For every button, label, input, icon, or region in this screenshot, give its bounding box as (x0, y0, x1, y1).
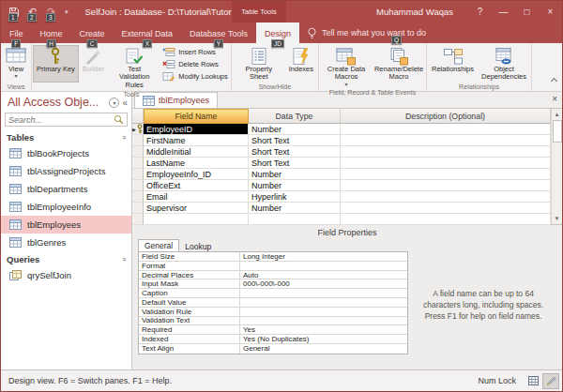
data-type-cell[interactable]: Number (249, 203, 341, 214)
row-selector[interactable] (132, 214, 144, 225)
data-type-cell[interactable]: Number (249, 180, 341, 191)
field-name-cell[interactable]: OfficeExt (144, 180, 249, 191)
property-value[interactable] (240, 298, 407, 307)
row-selector[interactable] (132, 203, 144, 214)
property-value[interactable]: Auto (240, 271, 407, 279)
description-cell[interactable] (341, 124, 551, 135)
undo-button[interactable]: ↶ 2 (25, 5, 39, 19)
relationships-button[interactable]: Relationships (428, 45, 478, 83)
description-cell[interactable] (341, 158, 551, 169)
property-value[interactable]: General (240, 344, 407, 354)
help-button[interactable]: ? (468, 1, 492, 23)
description-cell[interactable] (341, 203, 551, 214)
collapse-ribbon-button[interactable] (552, 70, 556, 87)
ribbon-tab-create[interactable]: CreateC (71, 23, 114, 43)
nav-item-tblassignedprojects[interactable]: tblAssignedProjects (1, 162, 131, 180)
data-type-cell[interactable]: Short Text (249, 146, 341, 158)
create-data-macros-button[interactable]: Create Data Macros▾ (320, 45, 373, 88)
ribbon-tab-home[interactable]: HomeH (32, 23, 71, 43)
property-value[interactable]: Yes (240, 325, 407, 334)
field-name-cell[interactable]: LastName (144, 158, 249, 169)
object-dependencies-button[interactable]: Object Dependencies (478, 45, 530, 83)
ribbon-tab-database-tools[interactable]: Database ToolsY (181, 23, 256, 43)
data-type-cell[interactable]: Number (249, 169, 341, 180)
column-header-description-optional[interactable]: Description (Optional) (341, 109, 551, 124)
field-name-cell[interactable]: EmployeeInfo_ID (144, 169, 249, 180)
properties-tab-lookup[interactable]: Lookup (179, 241, 217, 251)
nav-group-header-tables[interactable]: Tables« (1, 129, 131, 144)
property-value[interactable] (240, 317, 407, 325)
data-type-cell[interactable]: Number (249, 124, 341, 135)
nav-search-box (5, 113, 128, 127)
nav-item-tblgenres[interactable]: tblGenres (1, 234, 131, 251)
row-selector[interactable] (132, 146, 144, 158)
scroll-down-icon[interactable]: ▼ (552, 213, 562, 224)
ribbon-tab-external-data[interactable]: External DataX (114, 23, 182, 43)
row-selector[interactable] (132, 135, 144, 146)
close-document-icon[interactable]: × (552, 94, 557, 104)
property-value[interactable]: Yes (No Duplicates) (240, 335, 407, 343)
field-name-cell[interactable]: MiddleInitial (144, 146, 249, 158)
customize-qat-button[interactable]: ▾ (65, 8, 68, 16)
column-header-field-name[interactable]: Field Name (144, 109, 249, 124)
close-button[interactable]: × (539, 1, 562, 23)
scroll-up-icon[interactable]: ▲ (552, 109, 562, 120)
datasheet-view-button[interactable] (525, 373, 541, 389)
rename-delete-macro-button[interactable]: Rename/Delete Macro (373, 45, 425, 83)
indexes-button[interactable]: Indexes (285, 45, 317, 83)
maximize-button[interactable]: □ (515, 1, 539, 23)
row-selector[interactable] (132, 158, 144, 169)
row-selector[interactable]: ▶ (132, 124, 144, 135)
nav-item-label: tblDepartments (27, 184, 87, 194)
field-name-cell[interactable]: EmployeeID (144, 124, 249, 135)
description-cell[interactable] (341, 191, 551, 203)
nav-group-header-queries[interactable]: Queries« (1, 251, 131, 266)
nav-item-tblemployees[interactable]: tblEmployees (1, 216, 131, 234)
data-type-cell[interactable]: Short Text (249, 135, 341, 146)
empty-cell[interactable] (144, 214, 249, 225)
redo-button[interactable]: ↷ 3 (44, 5, 58, 19)
minimize-button[interactable]: — (492, 1, 515, 23)
row-selector[interactable] (132, 191, 144, 203)
empty-cell[interactable] (249, 214, 341, 225)
modify-lookups-button[interactable]: Modify Lookups (162, 70, 228, 82)
description-cell[interactable] (341, 180, 551, 191)
save-button[interactable]: 1 (7, 5, 21, 19)
field-name-cell[interactable]: Supervisor (144, 203, 249, 214)
description-cell[interactable] (341, 169, 551, 180)
nav-item-tblemployeeinfo[interactable]: tblEmployeeInfo (1, 198, 131, 216)
empty-cell[interactable] (341, 214, 551, 225)
vertical-scrollbar[interactable]: ▲ ▼ (551, 109, 562, 224)
description-cell[interactable] (341, 135, 551, 146)
nav-item-qryselfjoin[interactable]: qrySelfJoin (1, 266, 131, 284)
property-value[interactable]: Long Integer (240, 252, 407, 261)
tell-me-box[interactable]: Tell me what you want to do Q (299, 23, 434, 43)
primary-key-button[interactable]: Primary Key (33, 45, 79, 83)
nav-item-tblbookprojects[interactable]: tblBookProjects (1, 144, 131, 162)
delete-rows-button[interactable]: Delete Rows (162, 58, 228, 69)
account-name[interactable]: Muhammad Waqas (376, 7, 453, 17)
property-value[interactable] (240, 289, 407, 297)
data-type-cell[interactable]: Hyperlink (249, 191, 341, 203)
design-view-button[interactable] (542, 373, 559, 389)
row-selector[interactable] (132, 180, 144, 191)
search-icon (114, 114, 124, 125)
test-validation-rules-button[interactable]: Test Validation Rules (108, 45, 160, 90)
description-cell[interactable] (341, 146, 551, 158)
ribbon-tab-file[interactable]: FileF (1, 23, 32, 43)
property-value[interactable]: 000\-000\-000 (240, 279, 407, 288)
row-selector[interactable] (132, 169, 144, 180)
field-name-cell[interactable]: FirstName (144, 135, 249, 146)
data-type-cell[interactable]: Short Text (249, 158, 341, 169)
property-value[interactable] (240, 262, 407, 270)
property-sheet-button[interactable]: Property Sheet (233, 45, 285, 83)
nav-item-tbldepartments[interactable]: tblDepartments (1, 180, 131, 198)
column-header-data-type[interactable]: Data Type (249, 109, 341, 124)
properties-tab-general[interactable]: General (138, 239, 179, 251)
property-value[interactable] (240, 308, 407, 316)
view-button[interactable]: View▾ (2, 45, 30, 83)
field-name-cell[interactable]: Email (144, 191, 249, 203)
search-input[interactable] (8, 115, 114, 125)
scrollbar-thumb[interactable] (553, 120, 562, 143)
ribbon-tab-design[interactable]: DesignJD (256, 23, 299, 43)
